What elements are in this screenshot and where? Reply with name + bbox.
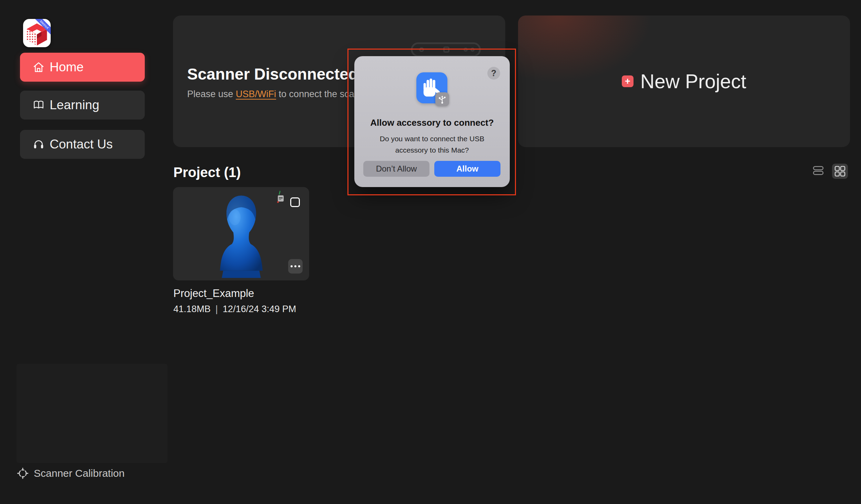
device-led-icon	[464, 48, 468, 52]
sidebar-background-panel	[17, 364, 168, 463]
badge-check-mark	[278, 190, 281, 195]
grid-view-toggle[interactable]	[832, 164, 848, 179]
device-camera-icon	[443, 47, 449, 53]
meta-separator: |	[215, 304, 218, 315]
project-select-checkbox[interactable]	[290, 197, 300, 207]
sidebar-item-label: Home	[50, 60, 84, 74]
scanner-device-illustration	[411, 42, 481, 57]
project-thumbnail-bust	[207, 189, 276, 279]
scanner-calibration-button[interactable]: Scanner Calibration	[17, 467, 124, 480]
scanner-status-subtitle: Please use USB/WiFi to connect the scann…	[187, 89, 373, 100]
sidebar-item-label: Learning	[50, 98, 99, 112]
badge-record-dot	[277, 201, 279, 203]
usb-wifi-link[interactable]: USB/WiFi	[236, 89, 276, 99]
project-card[interactable]	[173, 187, 309, 280]
project-meta: 41.18MB | 12/16/24 3:49 PM	[173, 304, 296, 315]
dont-allow-button[interactable]: Don’t Allow	[363, 161, 429, 177]
dialog-buttons: Don’t Allow Allow	[363, 161, 501, 177]
sidebar-item-contact-us[interactable]: Contact Us	[20, 130, 145, 159]
calibration-target-icon	[17, 467, 29, 480]
home-icon	[32, 61, 45, 73]
allow-button[interactable]: Allow	[434, 161, 500, 177]
app-window: MetroX Home Learning Contact Us Scanner	[0, 0, 861, 504]
allow-accessory-dialog: ?	[354, 56, 510, 187]
device-led-icon	[470, 48, 475, 52]
dialog-title: Allow accessory to connect?	[354, 117, 510, 128]
project-name: Project_Example	[173, 287, 254, 300]
sidebar-item-home[interactable]: Home	[20, 53, 145, 82]
project-date: 12/16/24 3:49 PM	[223, 304, 296, 315]
app-logo: MetroX	[23, 19, 51, 47]
scanner-status-row: Scanner Disconnected ✕	[187, 65, 376, 83]
grid-view-icon	[834, 166, 845, 177]
scanner-calibration-label: Scanner Calibration	[34, 467, 124, 479]
list-view-icon	[813, 165, 824, 176]
sidebar-item-learning[interactable]: Learning	[20, 91, 145, 120]
new-project-button[interactable]: + New Project	[518, 16, 850, 147]
project-size: 41.18MB	[173, 304, 211, 315]
device-lens-icon	[419, 47, 424, 52]
list-view-toggle[interactable]	[813, 165, 824, 177]
more-dots-icon	[291, 265, 293, 267]
projects-heading: Project (1)	[173, 165, 241, 180]
new-project-label: New Project	[640, 70, 746, 93]
usb-badge-icon	[435, 92, 449, 106]
book-icon	[32, 99, 45, 111]
scanner-status-title: Scanner Disconnected	[187, 65, 358, 83]
device-badge-icon	[276, 190, 287, 204]
plus-icon: +	[622, 75, 634, 87]
dialog-body: Do you want to connect the USB accessory…	[354, 133, 510, 156]
usb-trident-glyph	[437, 94, 447, 104]
project-more-button[interactable]	[288, 259, 303, 274]
subtitle-text: Please use	[187, 89, 236, 99]
help-button[interactable]: ?	[487, 67, 500, 80]
badge-chip	[278, 195, 284, 202]
sidebar-item-label: Contact Us	[50, 137, 113, 152]
headset-icon	[32, 138, 45, 151]
